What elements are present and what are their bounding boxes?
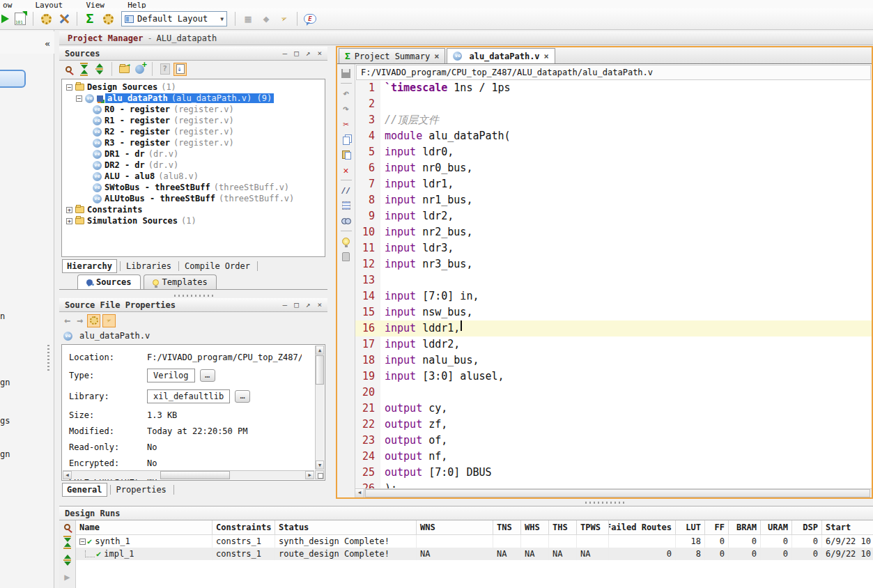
search-icon[interactable] — [62, 63, 75, 76]
column-header[interactable]: Start — [822, 520, 873, 534]
xilinx-info-button[interactable]: E — [302, 11, 318, 26]
column-header[interactable]: Status — [275, 520, 417, 534]
table-row[interactable]: ✔ impl_1 constrs_1 route_design Complete… — [76, 548, 873, 560]
code-line[interactable]: 16 input lddr1, — [355, 320, 872, 336]
code-line[interactable]: 12 input nr3_bus, — [355, 256, 872, 272]
splitter-handle[interactable] — [47, 345, 49, 371]
close-icon[interactable]: × — [317, 300, 322, 309]
column-header[interactable]: THS — [549, 520, 577, 534]
code-line[interactable]: 8 input nr1_bus, — [355, 192, 872, 208]
scroll-up-icon[interactable]: ▲ — [316, 346, 324, 355]
code-editor[interactable]: 1 `timescale 1ns / 1ps 2 3 //顶层文件 — [355, 80, 872, 488]
select-pointer-icon[interactable]: ➢ — [102, 314, 116, 327]
column-header[interactable]: TNS — [493, 520, 521, 534]
expand-all-icon[interactable] — [93, 63, 106, 76]
lightbulb-icon[interactable] — [339, 234, 353, 248]
property-value-field[interactable]: xil_defaultlib — [147, 389, 230, 403]
project-summary-button[interactable]: Σ — [82, 11, 98, 26]
comment-icon[interactable]: // — [339, 183, 353, 197]
minimize-icon[interactable]: – — [283, 300, 288, 309]
horizontal-splitter[interactable] — [59, 293, 327, 298]
maximize-icon[interactable]: □ — [294, 49, 299, 58]
tree-expander[interactable]: + — [66, 207, 72, 213]
delete-icon[interactable]: ✕ — [339, 163, 353, 177]
scroll-down-icon[interactable]: ▼ — [316, 461, 324, 470]
code-line[interactable]: 15 input nsw_bus, — [355, 304, 872, 320]
copy-icon[interactable] — [339, 132, 353, 146]
pointer-tool-button[interactable]: ➢ — [275, 9, 294, 29]
code-line[interactable]: 21 output cy, — [355, 401, 872, 417]
menu-item[interactable]: Help — [128, 1, 146, 8]
tree-item[interactable]: ve ALUtoBus - threeStBuff (threeStBuff.v… — [62, 193, 325, 204]
column-header[interactable]: FF — [705, 520, 729, 534]
menu-item[interactable]: ow — [3, 1, 12, 8]
run-icon[interactable] — [1, 11, 10, 26]
float-icon[interactable]: ↗ — [306, 300, 311, 309]
menu-item[interactable]: Layout — [35, 1, 63, 8]
layout-selector[interactable]: Default Layout ▼ — [121, 11, 227, 26]
code-line[interactable]: 9 input ldr2, — [355, 208, 872, 224]
code-line[interactable]: 13 — [355, 272, 872, 288]
menu-item[interactable]: View — [86, 1, 105, 8]
sources-view-tab[interactable]: Compile Order — [180, 260, 254, 272]
expand-all-icon[interactable] — [61, 555, 74, 566]
column-header[interactable]: Constraints — [213, 520, 275, 534]
code-line[interactable]: 18 input nalu_bus, — [355, 353, 872, 369]
tree-expander[interactable]: − — [66, 84, 72, 91]
search-icon[interactable] — [61, 524, 74, 530]
close-icon[interactable]: × — [434, 52, 439, 61]
horizontal-splitter[interactable] — [336, 500, 873, 505]
sources-view-tab[interactable]: Libraries — [122, 260, 176, 272]
tree-item[interactable]: ve ALU - alu8 (alu8.v) — [62, 171, 325, 182]
add-sources-icon[interactable] — [133, 63, 146, 76]
code-line[interactable]: 23 output of, — [355, 433, 872, 449]
chevron-down-icon[interactable]: ▼ — [220, 16, 224, 22]
scroll-left-icon[interactable]: ◀ — [63, 471, 72, 479]
save-icon[interactable] — [339, 66, 353, 80]
column-header[interactable]: URAM — [761, 520, 792, 534]
column-header[interactable]: LUT — [676, 520, 705, 534]
paste-icon[interactable] — [339, 148, 353, 162]
row-expander[interactable]: − — [79, 539, 86, 545]
sfp-tab[interactable]: Properties — [112, 483, 171, 496]
editor-tab[interactable]: Σ Project Summary × — [339, 48, 445, 63]
collapse-left-icon[interactable]: « — [45, 38, 50, 49]
tree-item[interactable]: − ve alu_dataPath (alu_dataPath.v) (9) — [62, 93, 325, 104]
column-header[interactable]: WHS — [521, 520, 549, 534]
column-header[interactable]: DSP — [792, 520, 822, 534]
tree-expander[interactable]: − — [76, 95, 82, 102]
tree-item[interactable]: ve R2 - register (register.v) — [62, 126, 325, 137]
tree-expander[interactable]: + — [66, 218, 72, 224]
code-line[interactable]: 6 input nr0_bus, — [355, 160, 872, 176]
column-header[interactable]: TPWS — [577, 520, 609, 534]
horizontal-scrollbar[interactable]: ◀ ▶ — [63, 470, 314, 479]
collapse-all-icon[interactable] — [61, 536, 74, 549]
cut-icon[interactable]: ✂ — [339, 117, 353, 131]
code-line[interactable]: 3 //顶层文件 — [355, 112, 872, 128]
code-line[interactable]: 1 `timescale 1ns / 1ps — [355, 80, 872, 96]
tree-item[interactable]: ve R3 - register (register.v) — [62, 137, 325, 148]
resize-corner[interactable] — [315, 470, 324, 479]
code-line[interactable]: 7 input ldr1, — [355, 176, 872, 192]
editor-tab[interactable]: ve alu_dataPath.v × — [447, 48, 555, 63]
code-line[interactable]: 17 input lddr2, — [355, 336, 872, 353]
browse-button[interactable]: … — [235, 390, 250, 403]
column-header[interactable]: Failed Routes — [609, 520, 676, 534]
template-doc-icon[interactable] — [339, 249, 353, 263]
project-settings-button[interactable] — [100, 11, 116, 26]
tree-item[interactable]: + Simulation Sources (1) — [62, 215, 325, 226]
scrollbar-thumb[interactable] — [160, 471, 230, 479]
code-line[interactable]: 24 output nf, — [355, 449, 872, 465]
tree-item[interactable]: ve R1 - register (register.v) — [62, 115, 325, 126]
code-line[interactable]: 10 input nr2_bus, — [355, 224, 872, 240]
vertical-scrollbar[interactable]: ▲ ▼ — [315, 346, 324, 470]
column-header[interactable]: Name — [76, 520, 213, 534]
column-header[interactable]: WNS — [417, 520, 493, 534]
tree-item[interactable]: ve R0 - register (register.v) — [62, 104, 325, 115]
column-header[interactable]: BRAM — [729, 520, 761, 534]
tree-item[interactable]: ve DR2 - dr (dr.v) — [62, 160, 325, 171]
sfp-tab[interactable]: General — [62, 483, 107, 497]
code-line[interactable]: 5 input ldr0, — [355, 144, 872, 160]
code-line[interactable]: 2 — [355, 96, 872, 112]
browse-button[interactable]: … — [200, 369, 215, 382]
